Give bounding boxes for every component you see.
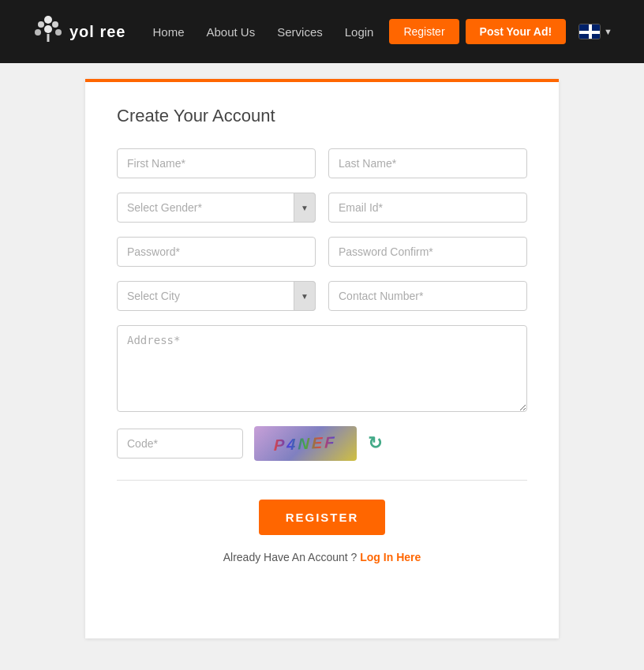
nav-home[interactable]: Home [152,25,184,39]
city-select-wrapper: Select City City 1 City 2 City 3 ▼ [117,281,316,311]
last-name-group [328,148,527,178]
nav-post-ad-button[interactable]: Post Your Ad! [466,19,567,44]
navbar: yol ree Home About Us Services Login Reg… [0,0,644,63]
logo[interactable]: yol ree [32,12,125,51]
logo-text: yol ree [69,23,125,41]
login-prompt: Already Have An Account ? Log In Here [117,551,527,563]
svg-rect-6 [47,34,50,42]
contact-input[interactable] [328,281,527,311]
password-confirm-group [328,237,527,267]
nav-about[interactable]: About Us [207,25,256,39]
gender-select-wrapper: Select Gender* Male Female Other ▼ [117,193,316,223]
svg-point-4 [55,29,62,36]
captcha-refresh-icon[interactable]: ↻ [368,433,382,454]
svg-point-3 [35,29,41,36]
gender-select[interactable]: Select Gender* Male Female Other [117,193,316,223]
gender-group: Select Gender* Male Female Other ▼ [117,193,316,223]
captcha-code-input[interactable] [117,429,243,459]
login-link[interactable]: Log In Here [360,551,421,563]
svg-point-2 [52,21,58,28]
svg-point-0 [44,16,52,24]
svg-point-5 [44,25,52,33]
password-group [117,237,316,267]
nav-services[interactable]: Services [277,25,323,39]
page-content: Create Your Account Select Gender* Male … [0,63,644,670]
contact-group [328,281,527,311]
form-title: Create Your Account [117,106,527,126]
first-name-group [117,148,316,178]
first-name-input[interactable] [117,148,316,178]
last-name-input[interactable] [328,148,527,178]
password-confirm-input[interactable] [328,237,527,267]
already-account-text: Already Have An Account ? [223,551,358,563]
flag-icon [578,24,601,39]
city-contact-row: Select City City 1 City 2 City 3 ▼ [117,281,527,311]
register-form-card: Create Your Account Select Gender* Male … [85,79,559,638]
language-selector[interactable]: ▼ [578,24,612,39]
password-row [117,237,527,267]
email-input[interactable] [328,193,527,223]
captcha-text: P4NEF [274,432,338,454]
gender-email-row: Select Gender* Male Female Other ▼ [117,193,527,223]
name-row [117,148,527,178]
lang-chevron-icon: ▼ [604,27,612,36]
password-input[interactable] [117,237,316,267]
register-button[interactable]: REGISTER [259,500,385,535]
nav-register-button[interactable]: Register [389,19,459,44]
address-textarea[interactable] [117,325,527,412]
svg-point-1 [38,21,44,28]
nav-links: Home About Us Services Login [152,25,373,39]
city-select[interactable]: Select City City 1 City 2 City 3 [117,281,316,311]
address-row [117,325,527,412]
email-group [328,193,527,223]
city-group: Select City City 1 City 2 City 3 ▼ [117,281,316,311]
address-group [117,325,527,412]
nav-login[interactable]: Login [345,25,374,39]
logo-icon [32,12,65,51]
captcha-row: P4NEF ↻ [117,426,527,481]
captcha-image: P4NEF [254,426,357,461]
